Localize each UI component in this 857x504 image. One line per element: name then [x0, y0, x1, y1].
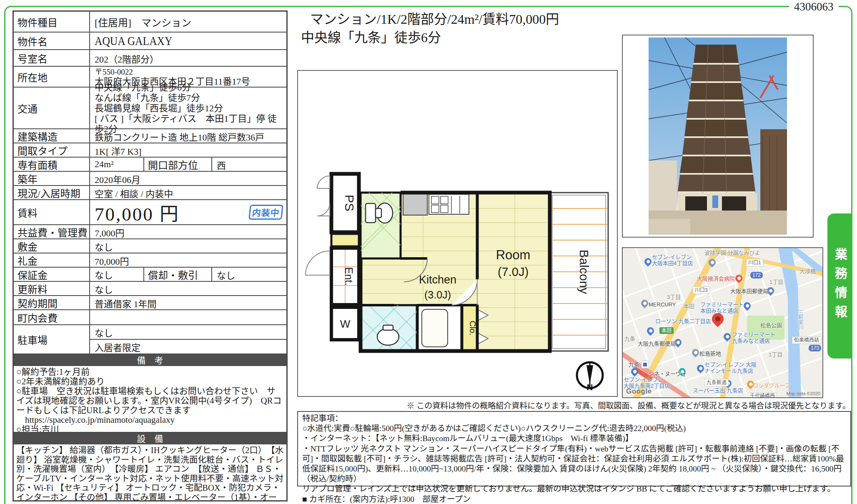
row-value: 普通借家 1年間 [90, 296, 286, 309]
map-label: 173 [809, 345, 821, 351]
kitchen-size-label: (3.0J) [424, 289, 451, 301]
row-value: 空室 / 相談 / 内装中 [90, 186, 286, 199]
table-row: 物件名AQUA GALAXY [14, 32, 286, 49]
table-row: 専有面積24m²開口部方位西 [14, 157, 286, 171]
table-row: 現況/入居時期空室 / 相談 / 内装中 [14, 185, 286, 199]
balcony-label: Balcony [577, 250, 591, 294]
row-value: 202（2階部分） [90, 50, 286, 66]
map-label: 九条 [629, 361, 639, 368]
remarks-line: ○駐車場 空き状況は駐車場検索もしくはお問い合わせ下さい サイズは現地確認をお願… [16, 386, 284, 415]
washer-label: W [340, 318, 351, 330]
row-label-2: 償却・敷引 [144, 268, 212, 281]
property-flyer-page: 4306063 物件種目[住居用] マンション物件名AQUA GALAXY号室名… [0, 0, 857, 504]
special-notes-box: 特記事項：○水道代:実費○駐輪場:500円(空きがあるかはご確認ください)○ハウ… [297, 411, 851, 486]
room-label: Room [496, 248, 531, 262]
map-label: ファミリーマート 九条みなと通店 [732, 331, 775, 344]
row-label: 保証金 [14, 268, 90, 281]
property-spec-table: 物件種目[住居用] マンション物件名AQUA GALAXY号室名202（2階部分… [13, 10, 288, 501]
row-value: 70,000円 [90, 253, 286, 267]
map-label: 大渉橋 [799, 268, 816, 274]
row-value: 鉄筋コンクリート造 地上10階 総戸数36戸 [90, 129, 286, 143]
map-label: シネ・ヌーヴォ [649, 371, 687, 377]
compass-icon: N [577, 362, 603, 392]
remarks-line: ○担当:吉川 [16, 425, 284, 432]
row-label: 現況/入居時期 [14, 186, 90, 199]
row-value: なし [90, 239, 286, 253]
map-label: セブン-イレブン 大阪 ナインモール九条店 [704, 361, 757, 374]
row-value: 7,000円 [90, 225, 286, 238]
disclaimer-text: ※ この資料は物件の概略紹介資料になります。写真、間取図面、設備、概要などが現況… [308, 399, 850, 411]
renovating-badge: 内装中 [248, 205, 283, 220]
row-value: 中央線「九条」徒歩6分なんば線「九条」徒歩7分長堀鶴見線「西長堀」徒歩12分[ … [90, 88, 286, 128]
table-row: 号室名202（2階部分） [14, 49, 286, 66]
map-label: 川口3 [693, 286, 710, 294]
map-label: 大阪掖済会病院 [697, 276, 735, 282]
remarks-header: 備 考 [14, 354, 286, 365]
google-logo: Google [626, 387, 652, 396]
row-value: 24m² [90, 158, 144, 171]
row-label: 間取タイプ [14, 143, 90, 157]
row-value: 2020年06月 [90, 172, 286, 185]
row-label: 築年 [14, 172, 90, 185]
row-value-2: なし [212, 268, 286, 281]
table-row: 保証金なし償却・敷引なし [14, 267, 286, 281]
table-row: 敷金なし [14, 238, 286, 253]
table-row: 礼金70,000円 [14, 253, 286, 267]
headline-line2: 中央線「九条」徒歩6分 [301, 28, 559, 47]
row-label: 交通 [14, 88, 90, 128]
kitchen-label: Kitchen [419, 273, 456, 286]
table-row: 駐車場なし入居者限定 [14, 324, 286, 354]
map-label: 九条新道 [704, 379, 729, 386]
floorplan-box: Balcony [297, 70, 618, 397]
table-row: 交通中央線「九条」徒歩6分なんば線「九条」徒歩7分長堀鶴見線「西長堀」徒歩12分… [14, 87, 286, 128]
map-label: ローソン 九条二丁目店 [655, 318, 711, 324]
map-label: 1丁目 [769, 279, 783, 285]
map-label: ロッダグループ [753, 382, 790, 389]
map-label: 本田 [684, 303, 694, 309]
note-line: 特記事項： [302, 414, 846, 424]
row-value: なし入居者限定 [90, 325, 286, 354]
note-line: ○水道代:実費○駐輪場:500円(空きがあるかはご確認ください)○ハウスクリーニ… [302, 424, 846, 434]
row-label: 町内会費 [14, 310, 90, 324]
row-label: 契約期間 [14, 296, 90, 309]
svg-text:N: N [587, 383, 593, 392]
map-label: 本田 [659, 327, 674, 334]
map-label: 172 [750, 272, 763, 278]
row-label: 駐車場 [14, 325, 90, 354]
table-row: 町内会費 [14, 309, 286, 324]
row-label: 賃料 [14, 200, 90, 224]
map-attribution: Map data ©2020 [787, 391, 821, 396]
entrance-label: Ent. [343, 267, 355, 286]
table-row: 物件種目[住居用] マンション [14, 12, 286, 32]
row-label: 専有面積 [14, 158, 90, 171]
map-label: 波除学園 分園なみびよ [704, 250, 760, 256]
row-value [90, 310, 286, 324]
row-value: AQUA GALAXY [90, 33, 286, 49]
remarks-line: ○2年未満解約違約あり [16, 377, 284, 386]
note-line: ・NTTフレッツ 光ネクスト マンション・スーパーハイスピードタイプ隼(有料)・… [302, 444, 846, 484]
headline-line1: マンション/1K/2階部分/24m²/賃料70,000円 [301, 10, 559, 28]
table-row: 契約期間普通借家 1年間 [14, 295, 286, 309]
map-label: 松島公園 [760, 322, 782, 328]
map-label: 伯楽橋西詰 [792, 336, 821, 344]
row-label: 物件名 [14, 33, 90, 49]
table-row: 更新料なし [14, 281, 286, 295]
map-label: 川口1 [746, 259, 763, 266]
row-value: [住居用] マンション [90, 12, 286, 32]
map-label: 大阪九条郵便局 [638, 341, 676, 347]
floorplan-drawing: Balcony [298, 71, 617, 396]
row-label: 物件種目 [14, 12, 90, 32]
row-value: なし [90, 268, 144, 281]
row-label: 号室名 [14, 50, 90, 66]
table-row: 賃料70,000 円内装中 [14, 199, 286, 224]
remarks-line: ○解約予告:1ヶ月前 [16, 367, 284, 377]
note-line: リアプロ管理・レインズ上では申込状況を更新しておりません。最新の申込状況はイタン… [302, 484, 846, 494]
note-line: ■ カギ所在：(案内方法):呼1300 部屋オープン [302, 494, 846, 504]
map-label: 千代崎橋西 [748, 392, 777, 398]
row-label: 建築構造 [14, 129, 90, 143]
room-size-label: (7.0J) [498, 265, 529, 278]
map-label: 九条 [624, 336, 635, 342]
row-label: 共益費・管理費 [14, 225, 90, 238]
map-label: セブン-イレブン 大阪本田4丁目店 [652, 254, 693, 266]
map-label: 1丁目 [769, 351, 782, 358]
